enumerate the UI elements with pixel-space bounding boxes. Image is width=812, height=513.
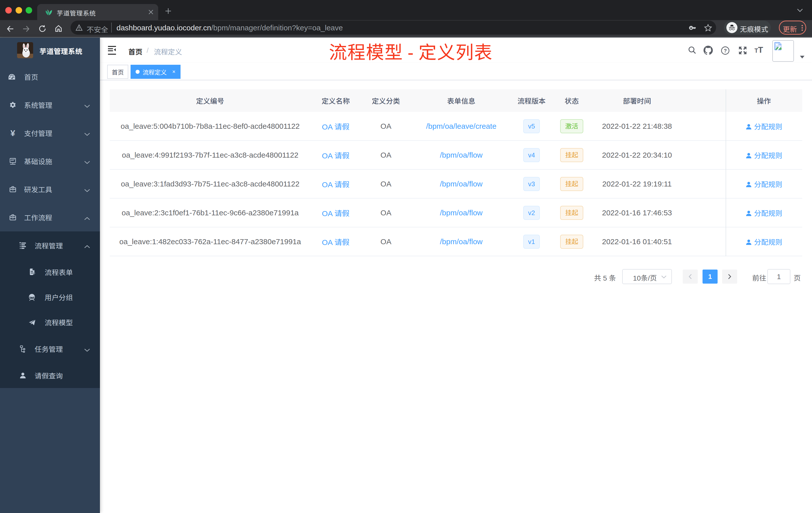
- svg-text:?: ?: [724, 48, 727, 54]
